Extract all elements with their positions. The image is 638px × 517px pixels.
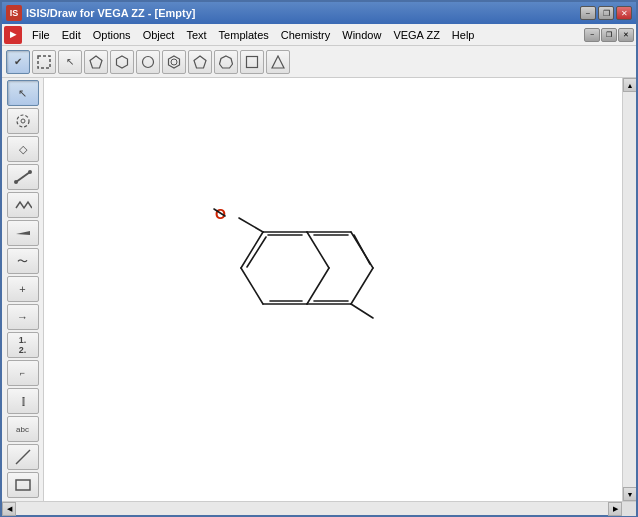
- title-bar: IS ISIS/Draw for VEGA ZZ - [Empty] − ❐ ✕: [2, 2, 636, 24]
- menu-window[interactable]: Window: [336, 24, 387, 45]
- tool-select-rect[interactable]: [32, 50, 56, 74]
- window-controls: − ❐ ✕: [580, 6, 632, 20]
- tool-plus[interactable]: +: [7, 276, 39, 302]
- menu-restore-btn[interactable]: ❐: [601, 28, 617, 42]
- svg-point-13: [14, 180, 18, 184]
- tool-bracket2[interactable]: []: [7, 388, 39, 414]
- molecule-structure: O: [211, 188, 431, 348]
- svg-line-51: [351, 268, 373, 304]
- menu-object[interactable]: Object: [137, 24, 181, 45]
- menu-text[interactable]: Text: [180, 24, 212, 45]
- app-menu-icon: ▶: [4, 26, 22, 44]
- svg-point-3: [143, 56, 154, 67]
- tool-arrow[interactable]: →: [7, 304, 39, 330]
- menu-close-btn[interactable]: ✕: [618, 28, 634, 42]
- svg-marker-15: [16, 231, 30, 235]
- svg-marker-1: [90, 56, 102, 68]
- app-icon: IS: [6, 5, 22, 21]
- scroll-up-button[interactable]: ▲: [623, 78, 636, 92]
- svg-line-16: [16, 450, 30, 464]
- scroll-right-button[interactable]: ▶: [608, 502, 622, 516]
- minimize-button[interactable]: −: [580, 6, 596, 20]
- scroll-left-button[interactable]: ◀: [2, 502, 16, 516]
- menu-vegazz[interactable]: VEGA ZZ: [387, 24, 445, 45]
- close-button[interactable]: ✕: [616, 6, 632, 20]
- tool-pointer[interactable]: ↖: [7, 80, 39, 106]
- svg-marker-2: [117, 56, 128, 68]
- tool-hexagon[interactable]: [110, 50, 134, 74]
- tool-bracket[interactable]: ⌐: [7, 360, 39, 386]
- menu-bar-right: − ❐ ✕: [583, 28, 634, 42]
- svg-point-5: [171, 59, 177, 65]
- main-window: IS ISIS/Draw for VEGA ZZ - [Empty] − ❐ ✕…: [0, 0, 638, 517]
- menu-help[interactable]: Help: [446, 24, 481, 45]
- svg-marker-7: [220, 56, 233, 68]
- scroll-track-vertical[interactable]: [623, 92, 636, 487]
- menu-options[interactable]: Options: [87, 24, 137, 45]
- menu-bar: ▶ File Edit Options Object Text Template…: [2, 24, 636, 46]
- scroll-down-button[interactable]: ▼: [623, 487, 636, 501]
- tool-heptagon[interactable]: [214, 50, 238, 74]
- svg-line-40: [241, 232, 263, 268]
- svg-line-56: [239, 218, 263, 232]
- svg-point-11: [21, 119, 25, 123]
- svg-line-42: [307, 232, 329, 268]
- tool-pentagon2[interactable]: [188, 50, 212, 74]
- svg-point-10: [17, 115, 29, 127]
- drawing-canvas[interactable]: O: [44, 78, 622, 501]
- tool-triangle[interactable]: [266, 50, 290, 74]
- tool-bond[interactable]: [7, 164, 39, 190]
- svg-point-14: [28, 170, 32, 174]
- tool-pentagon[interactable]: [84, 50, 108, 74]
- menu-file[interactable]: File: [26, 24, 56, 45]
- svg-marker-9: [272, 56, 284, 68]
- tool-check[interactable]: ✔: [6, 50, 30, 74]
- tool-multi[interactable]: 1.2.: [7, 332, 39, 358]
- tool-square[interactable]: [240, 50, 264, 74]
- scrollbar-horizontal[interactable]: ◀ ▶: [2, 501, 636, 515]
- menu-chemistry[interactable]: Chemistry: [275, 24, 337, 45]
- tool-wavy[interactable]: 〜: [7, 248, 39, 274]
- tool-chain[interactable]: [7, 192, 39, 218]
- tool-line[interactable]: [7, 444, 39, 470]
- svg-line-12: [16, 172, 30, 182]
- menu-templates[interactable]: Templates: [213, 24, 275, 45]
- tool-rect[interactable]: [7, 472, 39, 498]
- scrollbar-corner: [622, 502, 636, 516]
- content-area: ↖ ◇ 〜 + → 1.2. ⌐ [] abc: [2, 78, 636, 501]
- scrollbar-vertical[interactable]: ▲ ▼: [622, 78, 636, 501]
- svg-rect-0: [38, 56, 50, 68]
- svg-line-54: [354, 235, 370, 264]
- left-toolbar: ↖ ◇ 〜 + → 1.2. ⌐ [] abc: [2, 78, 44, 501]
- window-title: ISIS/Draw for VEGA ZZ - [Empty]: [26, 7, 580, 19]
- menu-minimize-btn[interactable]: −: [584, 28, 600, 42]
- tool-benzene[interactable]: [162, 50, 186, 74]
- svg-rect-17: [16, 480, 30, 490]
- restore-button[interactable]: ❐: [598, 6, 614, 20]
- tool-circle[interactable]: [136, 50, 160, 74]
- tool-select-arrow[interactable]: ↖: [58, 50, 82, 74]
- svg-line-57: [351, 304, 373, 318]
- svg-marker-4: [169, 56, 180, 68]
- svg-marker-6: [194, 56, 206, 68]
- svg-line-45: [241, 268, 263, 304]
- svg-line-43: [307, 268, 329, 304]
- tool-diamond[interactable]: ◇: [7, 136, 39, 162]
- scroll-track-horizontal[interactable]: [16, 502, 608, 515]
- top-toolbar: ✔ ↖: [2, 46, 636, 78]
- menu-edit[interactable]: Edit: [56, 24, 87, 45]
- tool-wedge[interactable]: [7, 220, 39, 246]
- tool-lasso[interactable]: [7, 108, 39, 134]
- tool-text[interactable]: abc: [7, 416, 39, 442]
- svg-rect-8: [247, 56, 258, 67]
